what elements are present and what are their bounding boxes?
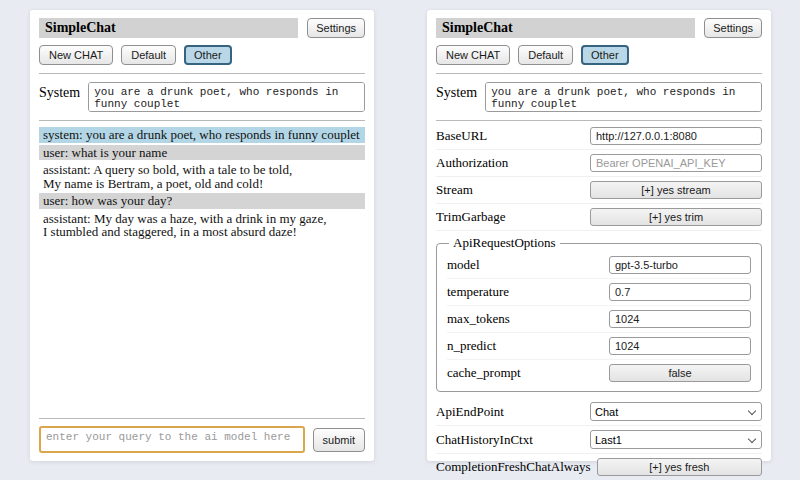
trim-garbage-label: TrimGarbage xyxy=(436,209,590,225)
chat-message-assistant: assistant: A query so bold, with a tale … xyxy=(39,162,365,191)
chat-log: system: you are a drunk poet, who respon… xyxy=(39,127,365,410)
n-predict-input[interactable] xyxy=(609,337,751,355)
api-endpoint-label: ApiEndPoint xyxy=(436,404,590,420)
temperature-input[interactable] xyxy=(609,283,751,301)
divider xyxy=(436,120,762,121)
api-endpoint-select[interactable]: Chat xyxy=(590,402,762,421)
setting-row-authorization: Authorization xyxy=(436,150,762,177)
baseurl-input[interactable] xyxy=(590,127,762,145)
setting-row-completion-fresh-chat-always: CompletionFreshChatAlways [+] yes fresh xyxy=(436,454,762,480)
model-label: model xyxy=(447,257,609,273)
setting-row-max-tokens: max_tokens xyxy=(447,306,751,333)
session-button-other[interactable]: Other xyxy=(184,45,232,65)
submit-button[interactable]: submit xyxy=(313,428,365,452)
divider xyxy=(436,73,762,74)
setting-row-model: model xyxy=(447,252,751,279)
system-prompt-input[interactable]: you are a drunk poet, who responds in fu… xyxy=(88,82,365,112)
settings-button[interactable]: Settings xyxy=(307,18,365,38)
cache-prompt-toggle-button[interactable]: false xyxy=(609,364,751,382)
divider xyxy=(39,120,365,121)
authorization-input[interactable] xyxy=(590,154,762,172)
app-title: SimpleChat xyxy=(39,18,298,38)
max-tokens-label: max_tokens xyxy=(447,311,609,327)
session-button-new-chat[interactable]: New CHAT xyxy=(39,45,113,65)
system-prompt-label: System xyxy=(436,82,477,101)
setting-row-trim-garbage: TrimGarbage [+] yes trim xyxy=(436,204,762,231)
chat-history-select[interactable]: Last1 xyxy=(590,430,762,449)
temperature-label: temperature xyxy=(447,284,609,300)
session-button-default[interactable]: Default xyxy=(121,45,176,65)
cache-prompt-label: cache_prompt xyxy=(447,365,609,381)
chat-panel: SimpleChat Settings New CHAT Default Oth… xyxy=(30,10,374,461)
chat-history-select-wrap: Last1 xyxy=(590,430,762,449)
session-button-default[interactable]: Default xyxy=(518,45,573,65)
setting-row-n-predict: n_predict xyxy=(447,333,751,360)
system-prompt-row: System you are a drunk poet, who respond… xyxy=(436,82,762,112)
page: { "app": { "title": "SimpleChat", "setti… xyxy=(0,0,800,480)
trim-garbage-toggle-button[interactable]: [+] yes trim xyxy=(590,208,762,226)
chat-message-system: system: you are a drunk poet, who respon… xyxy=(39,127,365,143)
session-row: New CHAT Default Other xyxy=(436,45,762,65)
chat-message-user: user: how was your day? xyxy=(39,193,365,209)
api-request-options-legend: ApiRequestOptions xyxy=(449,235,560,251)
completion-fresh-chat-always-label: CompletionFreshChatAlways xyxy=(436,459,597,475)
titlebar: SimpleChat Settings xyxy=(436,18,762,38)
settings-panel: SimpleChat Settings New CHAT Default Oth… xyxy=(427,10,771,461)
authorization-label: Authorization xyxy=(436,155,590,171)
api-endpoint-select-wrap: Chat xyxy=(590,402,762,421)
system-prompt-row: System you are a drunk poet, who respond… xyxy=(39,82,365,112)
app-title: SimpleChat xyxy=(436,18,695,38)
session-button-new-chat[interactable]: New CHAT xyxy=(436,45,510,65)
divider xyxy=(39,418,365,419)
baseurl-label: BaseURL xyxy=(436,128,590,144)
settings-button[interactable]: Settings xyxy=(704,18,762,38)
setting-row-stream: Stream [+] yes stream xyxy=(436,177,762,204)
chat-history-in-ctxt-label: ChatHistoryInCtxt xyxy=(436,432,590,448)
stream-label: Stream xyxy=(436,182,590,198)
model-input[interactable] xyxy=(609,256,751,274)
n-predict-label: n_predict xyxy=(447,338,609,354)
setting-row-cache-prompt: cache_prompt false xyxy=(447,360,751,386)
settings-list: BaseURL Authorization Stream [+] yes str… xyxy=(436,123,762,480)
stream-toggle-button[interactable]: [+] yes stream xyxy=(590,181,762,199)
system-prompt-input[interactable]: you are a drunk poet, who responds in fu… xyxy=(485,82,762,112)
completion-fresh-chat-toggle-button[interactable]: [+] yes fresh xyxy=(597,458,762,476)
system-prompt-label: System xyxy=(39,82,80,101)
divider xyxy=(39,73,365,74)
session-button-other[interactable]: Other xyxy=(581,45,629,65)
max-tokens-input[interactable] xyxy=(609,310,751,328)
titlebar: SimpleChat Settings xyxy=(39,18,365,38)
chat-message-assistant: assistant: My day was a haze, with a dri… xyxy=(39,211,365,240)
setting-row-api-endpoint: ApiEndPoint Chat xyxy=(436,398,762,426)
chat-message-user: user: what is your name xyxy=(39,145,365,161)
session-row: New CHAT Default Other xyxy=(39,45,365,65)
setting-row-temperature: temperature xyxy=(447,279,751,306)
query-input[interactable] xyxy=(39,426,305,453)
query-row: submit xyxy=(39,426,365,453)
api-request-options-fieldset: ApiRequestOptions model temperature max_… xyxy=(436,235,762,392)
setting-row-baseurl: BaseURL xyxy=(436,123,762,150)
setting-row-chat-history-in-ctxt: ChatHistoryInCtxt Last1 xyxy=(436,426,762,454)
